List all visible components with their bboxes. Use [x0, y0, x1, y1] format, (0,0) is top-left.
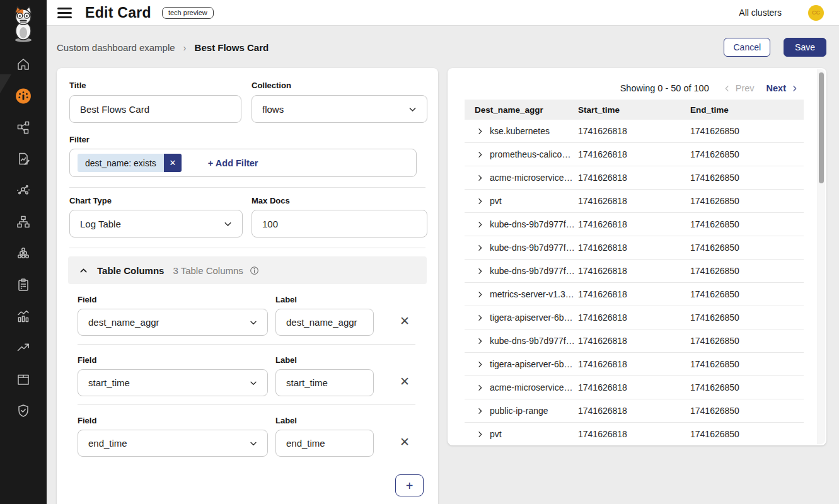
save-button[interactable]: Save [784, 38, 826, 57]
cell-end-time: 1741626850 [690, 196, 804, 206]
cell-end-time: 1741626850 [690, 173, 804, 183]
avatar[interactable]: CC [808, 5, 824, 21]
next-button[interactable]: Next [767, 83, 799, 93]
chevron-up-icon[interactable] [78, 265, 89, 276]
network-topology-icon[interactable] [15, 214, 32, 230]
policies-icon[interactable] [15, 277, 32, 293]
table-row[interactable]: tigera-apiserver-6b… 1741626818 17416268… [465, 306, 804, 329]
table-columns-rows: Field dest_name_aggr Label ✕ Field start… [57, 284, 438, 466]
scrollbar-track[interactable] [818, 69, 825, 444]
cluster-selector[interactable]: All clusters [739, 8, 782, 18]
menu-icon[interactable] [57, 8, 72, 18]
table-columns-count: 3 Table Columns [173, 265, 243, 276]
field-select[interactable]: end_time [78, 430, 268, 457]
collection-select[interactable]: flows [252, 95, 427, 123]
prev-button[interactable]: Prev [723, 83, 755, 93]
collection-label: Collection [252, 81, 291, 90]
cell-dest-name: kse.kubernetes [490, 126, 550, 136]
table-row[interactable]: acme-microservice… 1741626818 1741626850 [465, 376, 804, 399]
table-row[interactable]: pvt 1741626818 1741626850 [465, 190, 804, 213]
field-select[interactable]: dest_name_aggr [78, 309, 268, 336]
chart-type-select[interactable]: Log Table [69, 210, 243, 238]
add-column-button[interactable]: + [395, 474, 424, 496]
table-row[interactable]: kube-dns-9b7d977f… 1741626818 1741626850 [465, 213, 804, 236]
max-docs-label: Max Docs [252, 196, 290, 205]
title-label: Title [69, 81, 86, 90]
info-icon[interactable] [249, 265, 260, 276]
tech-preview-badge: tech preview [162, 7, 214, 19]
cell-dest-name: kube-dns-9b7d977f… [490, 266, 575, 276]
table-row[interactable]: kube-dns-9b7d977f… 1741626818 1741626850 [465, 236, 804, 260]
trends-icon[interactable] [15, 340, 32, 356]
form-divider [69, 187, 425, 188]
breadcrumb-current: Best Flows Card [195, 42, 269, 53]
statistics-icon[interactable] [15, 308, 32, 324]
chart-type-value: Log Table [80, 219, 223, 229]
filter-box[interactable]: dest_name: exists ✕ + Add Filter [69, 149, 417, 177]
dashboard-icon[interactable] [15, 88, 32, 104]
collection-value: flows [262, 104, 407, 115]
table-column-row: Field dest_name_aggr Label ✕ [57, 284, 438, 345]
security-icon[interactable] [15, 403, 32, 419]
table-row[interactable]: public-ip-range 1741626818 1741626850 [465, 399, 804, 423]
expand-row-icon[interactable] [476, 174, 484, 182]
chevron-right-icon [790, 84, 799, 93]
table-row[interactable]: metrics-server-v1.3… 1741626818 17416268… [465, 283, 804, 306]
expand-row-icon[interactable] [476, 220, 484, 229]
expand-row-icon[interactable] [476, 407, 484, 415]
remove-column-button[interactable]: ✕ [396, 372, 414, 390]
home-icon[interactable] [15, 56, 32, 72]
expand-row-icon[interactable] [476, 430, 484, 438]
expand-row-icon[interactable] [476, 314, 484, 322]
cell-start-time: 1741626818 [578, 196, 690, 206]
expand-row-icon[interactable] [476, 267, 484, 275]
service-graph-icon[interactable] [15, 182, 32, 198]
remove-filter-button[interactable]: ✕ [164, 154, 182, 172]
expand-row-icon[interactable] [476, 151, 484, 159]
remove-column-button[interactable]: ✕ [396, 433, 414, 450]
expand-row-icon[interactable] [476, 127, 484, 135]
preview-table-body: kse.kubernetes 1741626818 1741626850 pro… [465, 120, 804, 445]
cell-end-time: 1741626850 [690, 266, 804, 276]
table-row[interactable]: pvt 1741626818 1741626850 [465, 423, 804, 445]
label-input[interactable] [275, 430, 374, 457]
add-filter-button[interactable]: + Add Filter [208, 158, 258, 168]
chevron-down-icon [248, 378, 258, 388]
field-select[interactable]: start_time [78, 369, 268, 396]
cell-start-time: 1741626818 [578, 219, 690, 229]
cell-start-time: 1741626818 [578, 266, 690, 276]
table-row[interactable]: kse.kubernetes 1741626818 1741626850 [465, 120, 804, 143]
table-row[interactable]: kube-dns-9b7d977f… 1741626818 1741626850 [465, 329, 804, 353]
remove-column-button[interactable]: ✕ [396, 312, 414, 329]
preview-table: Dest_name_aggr Start_time End_time kse.k… [465, 100, 804, 445]
title-input[interactable] [69, 95, 241, 123]
expand-row-icon[interactable] [476, 360, 484, 369]
scrollbar-thumb[interactable] [819, 72, 824, 183]
expand-row-icon[interactable] [476, 197, 484, 205]
table-row[interactable]: kube-dns-9b7d977f… 1741626818 1741626850 [465, 260, 804, 283]
table-row[interactable]: prometheus-calico… 1741626818 1741626850 [465, 143, 804, 166]
cancel-button[interactable]: Cancel [724, 38, 770, 57]
table-column-row: Field start_time Label ✕ [57, 345, 438, 405]
inventory-icon[interactable] [15, 371, 32, 387]
chevron-down-icon [407, 104, 418, 115]
expand-row-icon[interactable] [476, 337, 484, 345]
expand-row-icon[interactable] [476, 290, 484, 299]
flow-visualizations-icon[interactable] [15, 119, 32, 135]
clusters-icon[interactable] [15, 245, 32, 261]
expand-row-icon[interactable] [476, 384, 484, 392]
expand-row-icon[interactable] [476, 244, 484, 252]
max-docs-input[interactable] [252, 210, 427, 238]
label-input[interactable] [275, 309, 374, 336]
label-input[interactable] [275, 369, 374, 396]
calico-logo[interactable] [9, 5, 38, 45]
table-row[interactable]: tigera-apiserver-6b… 1741626818 17416268… [465, 353, 804, 376]
cell-start-time: 1741626818 [578, 243, 690, 253]
cell-start-time: 1741626818 [578, 289, 690, 299]
cell-start-time: 1741626818 [578, 406, 690, 416]
logs-icon[interactable] [15, 151, 32, 167]
table-columns-section-header[interactable]: Table Columns 3 Table Columns [68, 256, 427, 284]
cell-end-time: 1741626850 [690, 243, 804, 253]
table-row[interactable]: acme-microservice… 1741626818 1741626850 [465, 166, 804, 190]
breadcrumb-parent[interactable]: Custom dashboard example [57, 42, 175, 53]
